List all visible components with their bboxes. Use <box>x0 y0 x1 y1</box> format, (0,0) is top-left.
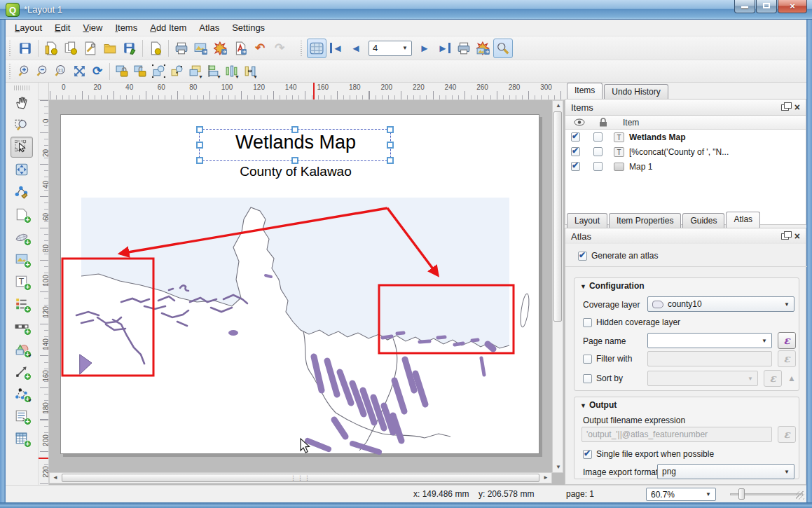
last-feature-button[interactable]: ► <box>434 39 454 58</box>
refresh-button[interactable]: ⟳ <box>88 62 106 81</box>
menu-layout[interactable]: Layout <box>8 20 48 35</box>
add-node-item-tool[interactable]: + ▼ <box>11 383 33 404</box>
visibility-checkbox[interactable] <box>571 162 580 171</box>
zoom-tool[interactable] <box>11 114 33 135</box>
redo-button[interactable]: ↷ <box>270 39 289 58</box>
toolbar-grip[interactable] <box>299 41 305 56</box>
load-template-button[interactable] <box>100 39 120 58</box>
filter-expression-field[interactable] <box>647 351 772 366</box>
toolbar-grip[interactable] <box>14 85 29 90</box>
table-row[interactable]: Map 1 <box>565 159 806 174</box>
resize-handle[interactable] <box>387 157 394 164</box>
preview-atlas-button[interactable] <box>307 39 326 58</box>
close-panel-icon[interactable]: × <box>794 231 800 241</box>
layout-viewport[interactable]: Wetlands Map County of Kalawao ▲ ▼ ◄ ⋮⋮⋮… <box>49 100 565 485</box>
pan-layout-tool[interactable] <box>11 92 33 113</box>
add-map-tool[interactable]: + <box>11 204 33 225</box>
menu-items[interactable]: Items <box>109 20 144 35</box>
scroll-down-icon[interactable]: ▼ <box>553 462 564 472</box>
coverage-layer-combo[interactable]: county10 ▼ <box>647 296 794 312</box>
toolbar-grip[interactable] <box>8 41 13 56</box>
configuration-header[interactable]: ▼Configuration <box>580 281 645 291</box>
visibility-checkbox[interactable] <box>571 147 580 156</box>
close-button[interactable]: × <box>778 0 807 13</box>
lock-checkbox[interactable] <box>593 162 603 171</box>
single-file-checkbox[interactable] <box>583 450 592 459</box>
new-layout-button[interactable] <box>41 39 61 58</box>
float-panel-icon[interactable] <box>781 104 789 111</box>
menu-edit[interactable]: Edit <box>48 20 76 35</box>
title-bar[interactable] <box>0 0 812 20</box>
table-row[interactable]: T [%concat('County of ', "N... <box>565 144 806 159</box>
add-shape-tool[interactable]: + ▼ <box>11 338 33 359</box>
sort-ascending-icon[interactable]: ▲ <box>787 373 796 383</box>
zoom-in-button[interactable] <box>15 62 34 81</box>
image-format-combo[interactable]: png ▼ <box>657 464 794 479</box>
minimize-button[interactable] <box>734 0 755 13</box>
output-filename-field[interactable]: 'output_'||@atlas_featurenumber <box>582 427 772 442</box>
close-panel-icon[interactable]: × <box>794 102 800 112</box>
raise-items-button[interactable]: ▼ <box>186 62 204 81</box>
menu-view[interactable]: View <box>76 20 109 35</box>
add-scalebar-tool[interactable]: + <box>11 316 33 337</box>
sort-by-checkbox[interactable] <box>583 374 592 383</box>
export-pdf-button[interactable] <box>230 39 250 58</box>
first-feature-button[interactable]: ◄ <box>326 39 346 58</box>
save-as-template-button[interactable] <box>120 39 139 58</box>
scroll-up-icon[interactable]: ▲ <box>553 101 564 111</box>
zoom-actual-button[interactable]: 1:1 <box>52 62 70 81</box>
tab-item-properties[interactable]: Item Properties <box>609 213 681 228</box>
table-row[interactable]: T Wetlands Map <box>565 130 806 144</box>
output-expression-button[interactable]: ε <box>778 426 796 443</box>
scroll-left-icon[interactable]: ◄ <box>50 473 61 483</box>
save-project-button[interactable] <box>15 39 35 58</box>
add-items-from-template-button[interactable] <box>146 39 165 58</box>
zoom-full-button[interactable] <box>70 62 88 81</box>
hidden-coverage-checkbox[interactable] <box>583 318 592 327</box>
sort-by-combo[interactable]: ▼ <box>647 371 758 386</box>
layout-manager-button[interactable] <box>81 39 100 58</box>
export-svg-button[interactable] <box>211 39 230 58</box>
lock-checkbox[interactable] <box>593 147 603 156</box>
scroll-right-icon[interactable]: ► <box>540 473 551 483</box>
atlas-settings-button[interactable] <box>493 39 513 58</box>
add-arrow-tool[interactable]: + <box>11 361 33 382</box>
lock-items-button[interactable] <box>113 62 131 81</box>
page-name-expression-button[interactable]: ε <box>778 332 796 349</box>
sort-expression-button[interactable]: ε <box>764 370 782 387</box>
map-subtitle-label[interactable]: County of Kalawao <box>180 164 411 179</box>
next-feature-button[interactable]: ► <box>415 39 434 58</box>
add-3d-map-tool[interactable]: + <box>11 226 33 247</box>
filter-expression-button[interactable]: ε <box>778 350 796 367</box>
toolbar-grip[interactable] <box>8 64 13 79</box>
align-items-button[interactable]: ▼ <box>204 62 222 81</box>
tab-layout[interactable]: Layout <box>567 213 607 228</box>
previous-feature-button[interactable]: ◄ <box>346 39 366 58</box>
resize-handle[interactable] <box>196 157 203 164</box>
zoom-out-button[interactable] <box>34 62 52 81</box>
tab-guides[interactable]: Guides <box>682 213 724 228</box>
tab-items[interactable]: Items <box>567 83 603 99</box>
page-name-combo[interactable]: ▼ <box>647 333 772 348</box>
distribute-items-button[interactable]: ▼ <box>222 62 240 81</box>
atlas-feature-combo[interactable]: 4 ▼ <box>369 41 412 56</box>
resize-items-button[interactable]: ▼ <box>240 62 259 81</box>
print-atlas-button[interactable] <box>454 39 474 58</box>
horizontal-scrollbar[interactable]: ◄ ⋮⋮⋮ ► <box>49 472 552 483</box>
duplicate-layout-button[interactable] <box>61 39 81 58</box>
resize-handle[interactable] <box>291 157 298 164</box>
tab-atlas[interactable]: Atlas <box>726 212 760 228</box>
export-atlas-button[interactable] <box>474 39 493 58</box>
add-label-tool[interactable]: T + <box>11 271 33 292</box>
output-header[interactable]: ▼Output <box>580 400 617 410</box>
map-title-label[interactable]: Wetlands Map <box>200 132 391 153</box>
maximize-button[interactable] <box>756 0 777 13</box>
filter-with-checkbox[interactable] <box>583 355 592 364</box>
add-legend-tool[interactable]: + <box>11 294 33 315</box>
add-html-tool[interactable]: + <box>11 406 33 427</box>
edit-nodes-item-tool[interactable] <box>11 181 33 202</box>
move-item-content-tool[interactable] <box>11 159 33 180</box>
zoom-level-combo[interactable]: 60.7% ▼ <box>646 488 716 501</box>
vertical-scrollbar[interactable]: ▲ ▼ <box>552 100 563 473</box>
export-image-button[interactable] <box>191 39 211 58</box>
